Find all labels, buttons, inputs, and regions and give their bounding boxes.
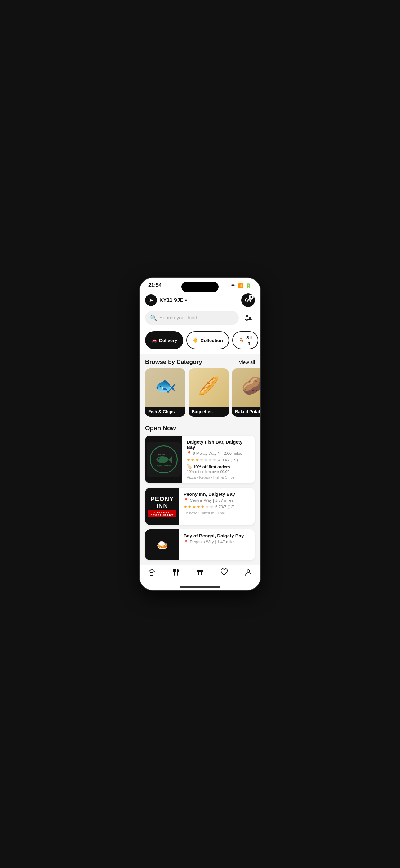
svg-rect-11 bbox=[150, 572, 153, 575]
open-now-title: Open Now bbox=[145, 422, 255, 436]
pin-icon: 📍 bbox=[187, 451, 192, 456]
status-time: 21:54 bbox=[148, 282, 162, 288]
nav-profile[interactable] bbox=[236, 568, 261, 576]
dalgety-name: Dalgety Fish Bar, Dalgety Bay bbox=[187, 439, 251, 450]
home-bar bbox=[180, 586, 220, 588]
filter-button[interactable] bbox=[242, 311, 255, 324]
nav-favorites[interactable] bbox=[212, 568, 236, 576]
pin-icon-bay: 📍 bbox=[184, 539, 189, 544]
dalgety-cuisines: Pizza • Kebab • Fish & Chips bbox=[187, 475, 251, 479]
peony-logo: PEONYINN CHINESE RESTAURANT bbox=[145, 488, 179, 525]
fish-bar-fish-icon: Dalgety Fish Bar Est. 2003 bbox=[153, 451, 174, 468]
bottom-nav bbox=[139, 565, 261, 584]
dynamic-island bbox=[181, 282, 219, 292]
bay-logo: 🍛 bbox=[145, 529, 179, 560]
tab-sit-in-label: Sit in bbox=[246, 335, 252, 345]
filter-icon bbox=[244, 314, 253, 322]
svg-text:Est. 2003: Est. 2003 bbox=[159, 453, 165, 455]
peony-address: 📍 Central Way | 1.87 miles bbox=[184, 498, 251, 503]
open-now-section: Open Now Dalgety Fish Bar Est. 2003 bbox=[139, 422, 261, 560]
baked-potato-label: Baked Potato bbox=[232, 407, 261, 416]
baguettes-label: Baguettes bbox=[189, 407, 229, 416]
restaurant-card-peony[interactable]: PEONYINN CHINESE RESTAURANT Peony Inn, D… bbox=[145, 488, 255, 525]
sit-in-icon: 🪑 bbox=[238, 337, 244, 343]
tabs-section: 🚗 Delivery 🤚 Collection 🪑 Sit in bbox=[139, 329, 261, 353]
fish-chips-label: Fish & Chips bbox=[145, 407, 186, 416]
dalgety-promo-sub: 10% off orders over £0.00 bbox=[187, 470, 251, 474]
bay-info: Bay of Bengal, Dalgety Bay 📍 Regents Way… bbox=[179, 529, 255, 560]
search-bar[interactable]: 🔍 Search your food bbox=[145, 311, 239, 325]
svg-point-5 bbox=[246, 319, 248, 321]
svg-rect-14 bbox=[197, 570, 203, 571]
status-bar: 21:54 •••• 📶 🔋 bbox=[139, 278, 261, 291]
peony-info: Peony Inn, Dalgety Bay 📍 Central Way | 1… bbox=[179, 488, 255, 525]
svg-marker-7 bbox=[168, 456, 172, 463]
location-icon-wrap[interactable]: ➤ bbox=[145, 294, 157, 306]
peony-name: Peony Inn, Dalgety Bay bbox=[184, 491, 251, 497]
dalgety-stars: ★ ★ ★ ★ ★ ★ ★ 4.89/7 (19) bbox=[187, 458, 251, 462]
categories-scroll: 🐟 Fish & Chips 🥖 Baguettes 🥔 Baked Potat… bbox=[139, 369, 261, 422]
categories-title: Browse by Category bbox=[145, 359, 202, 365]
categories-header: Browse by Category View all bbox=[139, 353, 261, 369]
home-indicator bbox=[139, 584, 261, 590]
restaurant-card-bay-of-bengal[interactable]: 🍛 Bay of Bengal, Dalgety Bay 📍 Regents W… bbox=[145, 529, 255, 560]
fish-chips-image: 🐟 bbox=[145, 369, 186, 403]
dalgety-promo: 🏷️ 10% off first orders bbox=[187, 464, 251, 469]
status-icons: •••• 📶 🔋 bbox=[230, 282, 252, 288]
category-baked-potato[interactable]: 🥔 Baked Potato bbox=[232, 369, 261, 416]
cart-badge: 0 bbox=[249, 294, 254, 300]
view-all-button[interactable]: View all bbox=[239, 360, 255, 365]
location-text[interactable]: KY11 9JE ▾ bbox=[159, 297, 187, 303]
location-area[interactable]: ➤ KY11 9JE ▾ bbox=[145, 294, 187, 306]
peony-stars: ★ ★ ★ ★ ★ ★ ★ 6.79/7 (13) bbox=[184, 504, 251, 509]
nav-home[interactable] bbox=[139, 568, 164, 576]
nav-restaurants[interactable] bbox=[164, 568, 188, 576]
search-placeholder: Search your food bbox=[159, 315, 197, 321]
nav-table[interactable] bbox=[188, 568, 212, 576]
svg-point-3 bbox=[246, 315, 248, 317]
dalgety-address: 📍 9 Moray Way N | 2.00 miles bbox=[187, 451, 251, 456]
baked-potato-image: 🥔 bbox=[232, 369, 261, 403]
table-icon bbox=[196, 568, 204, 576]
delivery-icon: 🚗 bbox=[151, 337, 157, 343]
signal-icon: •••• bbox=[230, 283, 236, 287]
bay-name: Bay of Bengal, Dalgety Bay bbox=[184, 533, 251, 538]
svg-point-8 bbox=[158, 458, 160, 460]
fork-knife-icon bbox=[172, 568, 180, 576]
bay-address: 📍 Regents Way | 1.47 miles bbox=[184, 539, 251, 544]
category-fish-chips[interactable]: 🐟 Fish & Chips bbox=[145, 369, 186, 416]
collection-icon: 🤚 bbox=[193, 337, 198, 343]
svg-point-4 bbox=[249, 317, 251, 319]
svg-text:Dalgety Fish Bar: Dalgety Fish Bar bbox=[156, 464, 171, 467]
search-icon: 🔍 bbox=[150, 314, 157, 321]
promo-icon: 🏷️ bbox=[187, 464, 192, 469]
baguettes-image: 🥖 bbox=[189, 369, 229, 403]
peony-cuisines: Chinese • Dimsum • Thai bbox=[184, 511, 251, 515]
chevron-down-icon: ▾ bbox=[185, 298, 187, 303]
header-top: ➤ KY11 9JE ▾ 🛍 0 bbox=[145, 293, 255, 307]
tab-sit-in[interactable]: 🪑 Sit in bbox=[232, 331, 258, 349]
pin-icon-peony: 📍 bbox=[184, 498, 189, 503]
home-icon bbox=[147, 568, 156, 576]
wifi-icon: 📶 bbox=[237, 282, 244, 288]
tab-collection-label: Collection bbox=[200, 338, 223, 343]
heart-icon bbox=[220, 568, 228, 576]
person-icon bbox=[244, 568, 253, 576]
category-baguettes[interactable]: 🥖 Baguettes bbox=[189, 369, 229, 416]
navigation-icon: ➤ bbox=[149, 297, 154, 304]
cart-button[interactable]: 🛍 0 bbox=[241, 293, 255, 307]
location-value: KY11 9JE bbox=[159, 297, 184, 303]
search-row: 🔍 Search your food bbox=[145, 311, 255, 325]
battery-icon: 🔋 bbox=[245, 282, 252, 288]
header: ➤ KY11 9JE ▾ 🛍 0 🔍 Search your food bbox=[139, 291, 261, 329]
dalgety-info: Dalgety Fish Bar, Dalgety Bay 📍 9 Moray … bbox=[182, 436, 255, 483]
tab-delivery-label: Delivery bbox=[159, 338, 177, 343]
dalgety-logo: Dalgety Fish Bar Est. 2003 bbox=[145, 436, 182, 483]
svg-point-17 bbox=[247, 570, 249, 572]
restaurant-card-dalgety[interactable]: Dalgety Fish Bar Est. 2003 Dalgety Fish … bbox=[145, 436, 255, 483]
svg-point-6 bbox=[156, 456, 168, 463]
tab-collection[interactable]: 🤚 Collection bbox=[186, 331, 229, 349]
tab-delivery[interactable]: 🚗 Delivery bbox=[145, 331, 183, 349]
